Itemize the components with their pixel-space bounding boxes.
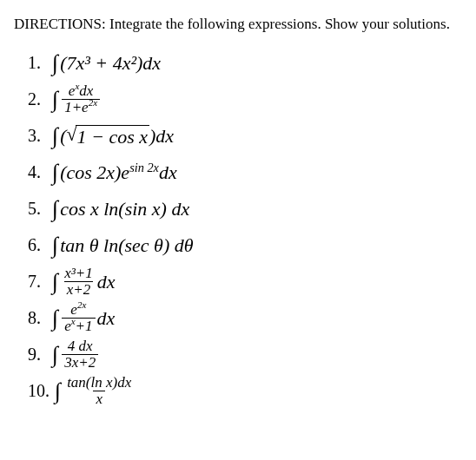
integral-icon: ∫	[52, 269, 58, 295]
directions-text: DIRECTIONS: Integrate the following expr…	[14, 14, 462, 35]
integral-icon: ∫	[52, 160, 58, 186]
list-item: 10.∫tan(ln x)dxx	[28, 375, 462, 408]
integral-icon: ∫	[52, 233, 58, 259]
item-expression: ∫4 dx3x+2	[52, 338, 100, 371]
item-number: 1.	[28, 53, 47, 73]
item-number: 8.	[28, 308, 47, 328]
item-expression: ∫exdx1+e2x	[52, 83, 102, 115]
item-number: 9.	[28, 345, 47, 365]
item-expression: ∫(√1 − cos x)dx	[52, 123, 174, 149]
item-number: 6.	[28, 235, 47, 255]
integral-icon: ∫	[52, 123, 58, 149]
list-item: 9.∫4 dx3x+2	[28, 338, 462, 371]
item-expression: ∫cos x ln(sin x) dx	[52, 196, 189, 222]
item-number: 5.	[28, 199, 47, 219]
list-item: 8.∫e2xex+1 dx	[28, 302, 462, 335]
list-item: 2.∫exdx1+e2x	[28, 83, 462, 116]
integral-icon: ∫	[52, 306, 58, 332]
problems-list: 1.∫(7x³ + 4x²)dx2.∫exdx1+e2x3.∫(√1 − cos…	[14, 47, 462, 408]
integral-icon: ∫	[52, 50, 58, 76]
item-number: 3.	[28, 126, 47, 146]
list-item: 4.∫(cos 2x)esin 2xdx	[28, 156, 462, 189]
list-item: 6.∫tan θ ln(sec θ) dθ	[28, 229, 462, 262]
item-expression: ∫tan(ln x)dxx	[55, 375, 136, 407]
integral-icon: ∫	[55, 378, 61, 404]
item-expression: ∫tan θ ln(sec θ) dθ	[52, 233, 194, 259]
list-item: 1.∫(7x³ + 4x²)dx	[28, 47, 462, 80]
integral-icon: ∫	[52, 87, 58, 113]
list-item: 5.∫cos x ln(sin x) dx	[28, 193, 462, 226]
item-expression: ∫(7x³ + 4x²)dx	[52, 50, 161, 76]
item-expression: ∫x³+1x+2 dx	[52, 266, 116, 298]
item-number: 2.	[28, 89, 47, 109]
item-expression: ∫(cos 2x)esin 2xdx	[52, 160, 177, 186]
item-number: 10.	[28, 381, 50, 401]
integral-icon: ∫	[52, 196, 58, 222]
item-expression: ∫e2xex+1 dx	[52, 302, 115, 334]
item-number: 7.	[28, 272, 47, 292]
integral-icon: ∫	[52, 342, 58, 368]
list-item: 7.∫x³+1x+2 dx	[28, 266, 462, 299]
item-number: 4.	[28, 162, 47, 182]
list-item: 3.∫(√1 − cos x)dx	[28, 120, 462, 153]
